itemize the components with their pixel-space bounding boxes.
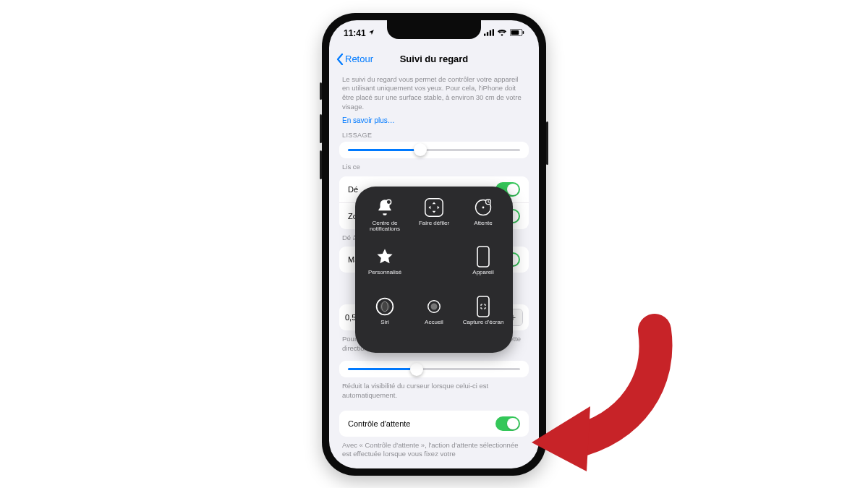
dwell-footer: Avec « Contrôle d'attente », l'action d'… xyxy=(342,441,526,460)
battery-icon xyxy=(510,28,524,38)
visibility-slider-card xyxy=(339,361,529,377)
assistive-label: Attente xyxy=(474,221,492,227)
assistive-label: Faire défiler xyxy=(419,221,449,227)
assistive-screenshot[interactable]: Capture d'écran xyxy=(459,296,507,343)
assistive-device[interactable]: Appareil xyxy=(459,246,507,293)
chevron-left-icon xyxy=(336,53,344,65)
svg-rect-12 xyxy=(477,247,489,267)
scroll-icon xyxy=(423,197,445,218)
mute-switch xyxy=(320,82,322,100)
svg-point-14 xyxy=(380,301,390,312)
assistive-empty xyxy=(410,246,458,293)
svg-rect-5 xyxy=(511,30,519,34)
volume-down-button xyxy=(320,150,322,179)
wifi-icon xyxy=(497,28,507,38)
nav-bar: Retour Suivi du regard xyxy=(329,46,539,72)
assistive-notification-center[interactable]: Centre de notifications xyxy=(361,197,409,244)
svg-rect-3 xyxy=(493,29,494,35)
assistive-siri[interactable]: Siri xyxy=(361,296,409,343)
location-icon xyxy=(368,29,375,37)
svg-rect-8 xyxy=(425,198,443,215)
assistive-dwell[interactable]: Attente xyxy=(459,197,507,244)
svg-point-10 xyxy=(482,206,485,208)
siri-icon xyxy=(374,296,396,317)
assistive-label: Accueil xyxy=(425,320,443,326)
notification-center-icon xyxy=(374,197,396,218)
volume-up-button xyxy=(320,114,322,143)
smoothing-slider[interactable] xyxy=(348,149,520,151)
visibility-hint: Réduit la visibilité du curseur lorsque … xyxy=(342,382,526,401)
assistive-label: Appareil xyxy=(472,270,493,276)
assistive-scroll[interactable]: Faire défiler xyxy=(410,197,458,244)
dwell-toggle[interactable] xyxy=(495,416,520,431)
svg-point-17 xyxy=(431,303,438,309)
smoothing-hint: Lis ce xyxy=(342,163,526,172)
back-button[interactable]: Retour xyxy=(336,53,373,65)
assistive-home[interactable]: Accueil xyxy=(410,296,458,343)
svg-rect-6 xyxy=(523,31,524,34)
dwell-control-row[interactable]: Contrôle d'attente xyxy=(339,411,529,437)
notch xyxy=(387,20,481,39)
smoothing-slider-card xyxy=(339,142,529,158)
svg-rect-1 xyxy=(487,32,488,35)
assistive-label: Siri xyxy=(380,320,389,326)
assistive-label: Capture d'écran xyxy=(463,320,504,326)
dwell-icon xyxy=(472,197,494,218)
assistive-touch-menu[interactable]: Centre de notifications Faire défiler At… xyxy=(355,187,513,353)
svg-rect-18 xyxy=(477,296,489,317)
row-de-label: Dé xyxy=(348,185,358,194)
phone-screen: 11:41 Retour Su xyxy=(329,20,539,468)
svg-point-7 xyxy=(386,200,391,205)
intro-text: Le suivi du regard vous permet de contrô… xyxy=(342,75,526,112)
assistive-label: Centre de notifications xyxy=(361,221,409,234)
svg-rect-0 xyxy=(484,33,485,35)
assistive-custom[interactable]: Personnalisé xyxy=(361,246,409,293)
assistive-label: Personnalisé xyxy=(368,270,401,276)
learn-more-link[interactable]: En savoir plus… xyxy=(342,116,526,124)
visibility-slider[interactable] xyxy=(348,368,520,370)
dwell-group: Contrôle d'attente xyxy=(339,411,529,437)
status-time: 11:41 xyxy=(344,28,366,38)
cellular-icon xyxy=(484,28,494,38)
screenshot-icon xyxy=(472,296,494,317)
side-button xyxy=(546,121,548,165)
device-icon xyxy=(472,246,494,267)
phone-frame: 11:41 Retour Su xyxy=(322,13,546,476)
favorite-icon xyxy=(374,246,396,267)
smoothing-section-label: LISSAGE xyxy=(342,132,526,139)
home-icon xyxy=(423,296,445,317)
back-label: Retour xyxy=(345,53,373,64)
svg-rect-2 xyxy=(490,30,491,35)
dwell-label: Contrôle d'attente xyxy=(348,419,411,428)
